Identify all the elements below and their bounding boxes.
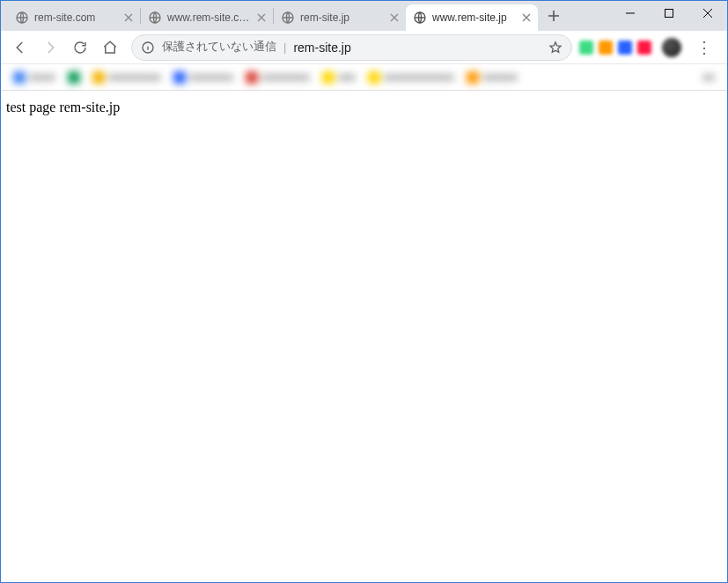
profile-avatar[interactable]: [662, 38, 681, 57]
tab-title: www.rem-site.c…: [167, 11, 252, 24]
extension-icon[interactable]: [637, 41, 651, 55]
page-content: test page rem-site.jp: [1, 91, 727, 582]
page-body-text: test page rem-site.jp: [6, 100, 120, 114]
tab-3-active[interactable]: www.rem-site.jp: [406, 4, 538, 31]
home-button[interactable]: [96, 34, 124, 61]
toolbar: 保護されていない通信 | rem-site.jp ⋮: [1, 31, 727, 64]
address-bar[interactable]: 保護されていない通信 | rem-site.jp: [131, 34, 572, 61]
window-controls: [611, 1, 727, 26]
bookmark-star-icon[interactable]: [548, 41, 563, 55]
url-text: rem-site.jp: [293, 41, 541, 55]
close-icon[interactable]: [257, 13, 266, 22]
minimize-button[interactable]: [611, 1, 650, 26]
back-button[interactable]: [6, 34, 34, 61]
tab-2[interactable]: rem-site.jp: [274, 4, 406, 31]
bookmark-bar-blurred-content: [1, 64, 727, 90]
tab-1[interactable]: www.rem-site.c…: [141, 4, 273, 31]
info-icon[interactable]: [141, 41, 155, 55]
tab-0[interactable]: rem-site.com: [8, 4, 140, 31]
close-icon[interactable]: [124, 13, 133, 22]
extension-icon[interactable]: [618, 41, 632, 55]
globe-icon: [281, 11, 295, 25]
close-icon[interactable]: [390, 13, 399, 22]
close-icon[interactable]: [522, 13, 531, 22]
forward-button[interactable]: [36, 34, 64, 61]
titlebar: rem-site.com www.rem-site.c…: [1, 1, 727, 31]
maximize-button[interactable]: [650, 1, 688, 26]
svg-rect-4: [665, 10, 673, 18]
globe-icon: [413, 11, 427, 25]
browser-window: rem-site.com www.rem-site.c…: [0, 0, 728, 583]
extension-icon[interactable]: [599, 41, 613, 55]
tab-title: rem-site.jp: [300, 11, 385, 24]
menu-button[interactable]: ⋮: [692, 38, 717, 57]
reload-button[interactable]: [66, 34, 94, 61]
omnibox-separator: |: [283, 41, 286, 54]
globe-icon: [148, 11, 162, 25]
security-status-text: 保護されていない通信: [162, 40, 276, 55]
new-tab-button[interactable]: [541, 4, 566, 28]
globe-icon: [15, 11, 29, 25]
extensions-area: ⋮: [579, 38, 722, 57]
bookmark-bar: [1, 64, 727, 91]
tab-title: rem-site.com: [34, 11, 119, 24]
close-window-button[interactable]: [688, 1, 727, 26]
tab-title: www.rem-site.jp: [432, 11, 517, 24]
tab-strip: rem-site.com www.rem-site.c…: [8, 1, 566, 31]
extension-icon[interactable]: [579, 41, 593, 55]
